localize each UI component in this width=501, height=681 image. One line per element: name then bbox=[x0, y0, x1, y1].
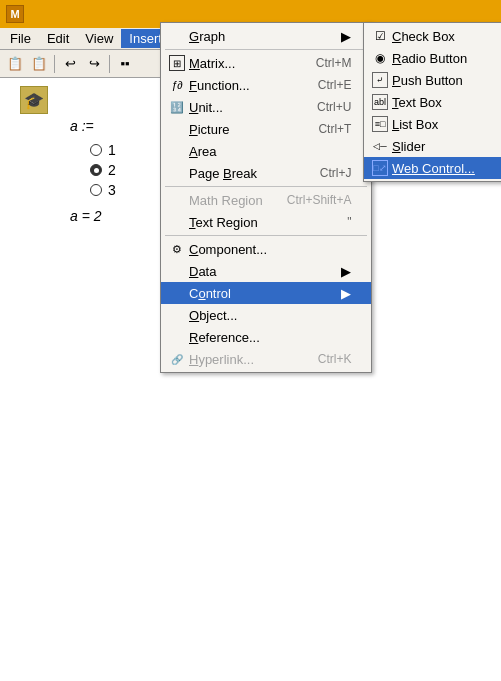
control-radiobutton[interactable]: ◉ Radio Button bbox=[364, 47, 501, 69]
toolbar-redo-btn[interactable]: ↪ bbox=[83, 53, 105, 75]
radio-circle-2[interactable] bbox=[90, 164, 102, 176]
slider-icon: ◁─ bbox=[372, 138, 388, 154]
toolbar-extra-btn[interactable]: ▪▪ bbox=[114, 53, 136, 75]
menu-insert-mathregion: Math Region Ctrl+Shift+A bbox=[161, 189, 371, 211]
control-pushbutton[interactable]: ⤶ Push Button bbox=[364, 69, 501, 91]
menu-insert-function[interactable]: ƒ∂ Function... Ctrl+E bbox=[161, 74, 371, 96]
menu-insert-unit[interactable]: 🔢 Unit... Ctrl+U bbox=[161, 96, 371, 118]
menu-insert-pagebreak[interactable]: Page Break Ctrl+J bbox=[161, 162, 371, 184]
toolbar-sep2 bbox=[109, 55, 110, 73]
sep3 bbox=[165, 235, 367, 236]
toolbar-undo-btn[interactable]: ↩ bbox=[59, 53, 81, 75]
pagebreak-icon bbox=[169, 165, 185, 181]
object-icon bbox=[169, 307, 185, 323]
control-listbox[interactable]: ≡□ List Box bbox=[364, 113, 501, 135]
pushbutton-icon: ⤶ bbox=[372, 72, 388, 88]
radio-circle-3[interactable] bbox=[90, 184, 102, 196]
component-icon: ⚙ bbox=[169, 241, 185, 257]
toolbar-paste-btn[interactable]: 📋 bbox=[28, 53, 50, 75]
sep2 bbox=[165, 186, 367, 187]
picture-icon bbox=[169, 121, 185, 137]
app-icon: M bbox=[6, 5, 24, 23]
control-slider[interactable]: ◁─ Slider bbox=[364, 135, 501, 157]
function-icon: ƒ∂ bbox=[169, 77, 185, 93]
menu-insert-textregion[interactable]: Text Region " bbox=[161, 211, 371, 233]
insert-menu-dropdown: Graph ▶ ⊞ Matrix... Ctrl+M ƒ∂ Function..… bbox=[160, 22, 372, 373]
menu-view[interactable]: View bbox=[77, 29, 121, 48]
control-submenu: ☑ Check Box ◉ Radio Button ⤶ Push Button… bbox=[363, 22, 501, 182]
checkbox-icon: ☑ bbox=[372, 28, 388, 44]
menu-insert-data[interactable]: Data ▶ bbox=[161, 260, 371, 282]
control-icon bbox=[169, 285, 185, 301]
menu-file[interactable]: File bbox=[2, 29, 39, 48]
menu-insert-matrix[interactable]: ⊞ Matrix... Ctrl+M bbox=[161, 52, 371, 74]
textregion-icon bbox=[169, 214, 185, 230]
toolbar-sep1 bbox=[54, 55, 55, 73]
menu-insert-reference[interactable]: Reference... bbox=[161, 326, 371, 348]
reference-icon bbox=[169, 329, 185, 345]
menu-insert-graph[interactable]: Graph ▶ bbox=[161, 25, 371, 47]
menu-edit[interactable]: Edit bbox=[39, 29, 77, 48]
worksheet-tab-icon: 🎓 bbox=[20, 86, 48, 114]
webcontrol-icon: □⤢ bbox=[372, 160, 388, 176]
radiobutton-icon: ◉ bbox=[372, 50, 388, 66]
data-icon bbox=[169, 263, 185, 279]
mathregion-icon bbox=[169, 192, 185, 208]
control-webcontrol[interactable]: □⤢ Web Control... bbox=[364, 157, 501, 179]
unit-icon: 🔢 bbox=[169, 99, 185, 115]
textbox-icon: abl bbox=[372, 94, 388, 110]
area-icon bbox=[169, 143, 185, 159]
menu-insert-hyperlink: 🔗 Hyperlink... Ctrl+K bbox=[161, 348, 371, 370]
menu-insert-control[interactable]: Control ▶ bbox=[161, 282, 371, 304]
radio-circle-1[interactable] bbox=[90, 144, 102, 156]
control-checkbox[interactable]: ☑ Check Box bbox=[364, 25, 501, 47]
control-textbox[interactable]: abl Text Box bbox=[364, 91, 501, 113]
menu-insert-area[interactable]: Area bbox=[161, 140, 371, 162]
menu-insert-component[interactable]: ⚙ Component... bbox=[161, 238, 371, 260]
menu-insert-picture[interactable]: Picture Ctrl+T bbox=[161, 118, 371, 140]
listbox-icon: ≡□ bbox=[372, 116, 388, 132]
sep1 bbox=[165, 49, 367, 50]
graph-icon bbox=[169, 28, 185, 44]
toolbar-copy-btn[interactable]: 📋 bbox=[4, 53, 26, 75]
hyperlink-icon: 🔗 bbox=[169, 351, 185, 367]
menu-insert-object[interactable]: Object... bbox=[161, 304, 371, 326]
matrix-icon: ⊞ bbox=[169, 55, 185, 71]
